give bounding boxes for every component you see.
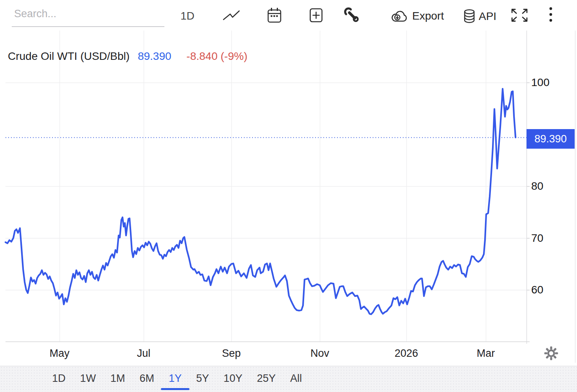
settings-button[interactable] [544,346,558,361]
chart-type-button[interactable] [223,10,240,20]
x-axis-label: 2026 [389,347,424,360]
api-button[interactable]: API [463,9,496,23]
add-compare-button[interactable] [310,8,323,23]
line-chart-icon [223,10,240,20]
range-tab-25y[interactable]: 25Y [257,372,276,385]
price-line-series [5,89,516,314]
y-axis-label: 80 [531,180,543,193]
more-menu-button[interactable] [549,6,553,24]
date-range-button[interactable] [267,7,282,23]
range-tab-1d[interactable]: 1D [52,372,66,385]
calendar-icon [267,7,282,23]
y-axis-label: 100 [531,76,550,89]
add-compare-icon [310,8,323,23]
x-axis-label: Sep [214,347,249,360]
search-box [12,7,160,27]
x-axis-label: Jul [126,347,161,360]
range-tab-1w[interactable]: 1W [80,372,96,385]
interval-dropdown[interactable]: 1D [180,10,195,22]
range-tab-all[interactable]: All [290,372,302,385]
export-button[interactable]: Export [390,9,444,22]
api-database-icon [463,9,475,23]
wrench-icon [344,7,360,23]
range-tab-6m[interactable]: 6M [140,372,155,385]
price-change: -8.840 (-9%) [186,50,247,62]
tools-button[interactable] [344,7,360,23]
range-tab-5y[interactable]: 5Y [196,372,209,385]
range-tab-1m[interactable]: 1M [110,372,125,385]
current-price-tag: 89.390 [527,129,575,149]
y-axis-label: 60 [531,283,543,297]
x-axis-label: Mar [468,347,503,360]
export-label: Export [412,10,444,22]
api-label: API [479,10,496,23]
chart-widget: 1D [0,0,577,392]
fullscreen-button[interactable] [510,8,529,23]
instrument-title: Crude Oil WTI (USD/Bbl) [8,50,130,62]
search-input[interactable] [12,7,164,27]
x-axis-label: Nov [302,347,337,360]
settings-gear-icon [544,356,558,361]
range-tab-1y[interactable]: 1Y [169,372,182,385]
x-axis-label: May [42,347,77,360]
last-price: 89.390 [138,50,171,62]
chart-header: Crude Oil WTI (USD/Bbl) 89.390 -8.840 (-… [8,50,247,63]
interval-label: 1D [180,10,195,22]
toolbar: 1D [0,0,577,31]
range-tab-10y[interactable]: 10Y [224,372,242,385]
kebab-menu-icon [549,6,553,24]
y-axis-label: 70 [531,232,543,245]
fullscreen-icon [510,8,529,23]
range-tabs: 1D1W1M6M1Y5Y10Y25YAll [0,366,577,392]
export-cloud-icon [390,9,409,22]
